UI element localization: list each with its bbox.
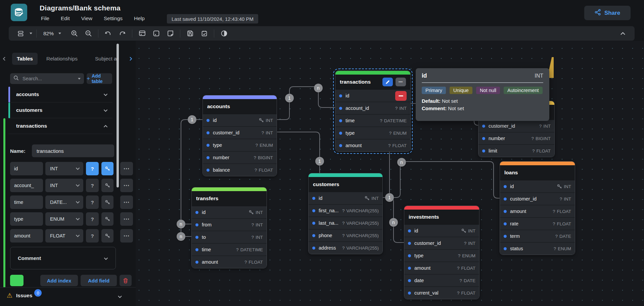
field-type-select[interactable]: ENUM xyxy=(45,212,83,226)
field-row-account_id[interactable]: account_id?INT xyxy=(335,102,410,114)
field-row-customer_id[interactable]: customer_id?INT xyxy=(478,120,554,132)
app-logo-icon[interactable] xyxy=(11,4,27,21)
table-customers[interactable]: customersidINTfirst_na...?VARCHAR(255)la… xyxy=(308,173,383,254)
issues-chevron-icon[interactable] xyxy=(118,294,122,300)
tab-scroll-right-icon[interactable] xyxy=(128,56,133,62)
field-name-input[interactable] xyxy=(10,162,43,175)
field-row-amount[interactable]: amount?FLOAT xyxy=(335,139,410,151)
table-transactions[interactable]: transactions•••idaccount_id?INTtime?DATE… xyxy=(335,71,411,152)
theme-icon[interactable] xyxy=(218,29,230,39)
field-row-type[interactable]: type?ENUM xyxy=(335,127,410,139)
field-row-customer_id[interactable]: customer_id?INT xyxy=(203,126,277,139)
toolbar-collapse-icon[interactable] xyxy=(618,30,628,38)
field-row-current_val[interactable]: current_val?FLOAT xyxy=(404,287,479,299)
table-more-button[interactable]: ••• xyxy=(396,78,406,86)
field-row-amount[interactable]: amount?FLOAT xyxy=(404,262,479,274)
field-type-select[interactable]: FLOAT xyxy=(45,229,83,243)
table-color-swatch[interactable] xyxy=(10,275,24,286)
field-row-last_na...[interactable]: last_na...?VARCHAR(255) xyxy=(309,217,382,229)
delete-field-button[interactable] xyxy=(395,91,407,101)
field-row-id[interactable]: idINT xyxy=(404,224,479,237)
search-caret-icon[interactable] xyxy=(78,78,81,80)
field-row-number[interactable]: number?BIGINT xyxy=(203,151,277,164)
field-name-input[interactable] xyxy=(10,212,43,226)
field-more-button[interactable]: ⋯ xyxy=(120,179,133,192)
search-box[interactable] xyxy=(10,73,84,84)
field-name-input[interactable] xyxy=(10,179,43,192)
issues-bar[interactable]: ⚠ Issues 0 xyxy=(0,287,136,306)
nullable-toggle[interactable]: ? xyxy=(86,229,99,243)
field-type-select[interactable]: INT xyxy=(45,179,83,192)
field-more-button[interactable]: ⋯ xyxy=(120,162,133,175)
primary-key-toggle[interactable] xyxy=(101,179,113,192)
tab-relationships[interactable]: Relationships xyxy=(42,53,82,65)
edit-table-button[interactable] xyxy=(382,78,393,86)
field-row-amount[interactable]: amount?FLOAT xyxy=(500,205,575,217)
tab-tables[interactable]: Tables xyxy=(12,53,38,65)
add-area-icon[interactable] xyxy=(150,29,162,39)
nullable-toggle[interactable]: ? xyxy=(86,179,99,192)
menu-edit[interactable]: Edit xyxy=(57,14,73,23)
primary-key-toggle[interactable] xyxy=(101,229,113,243)
search-input[interactable] xyxy=(22,76,69,82)
nullable-toggle[interactable]: ? xyxy=(86,212,99,226)
field-type-select[interactable]: INT xyxy=(45,162,83,175)
field-row-limit[interactable]: limit?FLOAT xyxy=(478,144,554,157)
field-more-button[interactable]: ⋯ xyxy=(120,195,133,209)
field-row-type[interactable]: type?ENUM xyxy=(203,139,277,151)
field-row-phone[interactable]: phone?VARCHAR(255) xyxy=(309,229,382,242)
field-row-id[interactable]: idINT xyxy=(309,192,382,204)
field-row-customer_id[interactable]: customer_id?INT xyxy=(404,237,479,249)
field-row-id[interactable]: idINT xyxy=(192,206,267,218)
zoom-level-caret-icon[interactable] xyxy=(58,33,61,34)
primary-key-toggle[interactable] xyxy=(101,212,113,226)
sidebar-item-accounts[interactable]: accounts xyxy=(8,87,112,102)
table-name-input[interactable] xyxy=(32,144,114,157)
field-row-to[interactable]: to?INT xyxy=(192,231,267,243)
todo-icon[interactable] xyxy=(198,29,210,39)
table-loans[interactable]: loansidINTcustomer_id?INTamount?FLOATrat… xyxy=(500,161,575,255)
nullable-toggle[interactable]: ? xyxy=(86,195,99,209)
field-row-status[interactable]: status?ENUM xyxy=(500,242,575,255)
add-index-button[interactable]: Add index xyxy=(40,275,78,286)
field-more-button[interactable]: ⋯ xyxy=(120,229,133,243)
field-name-input[interactable] xyxy=(10,195,43,209)
expand-icon[interactable] xyxy=(103,107,108,113)
field-name-input[interactable] xyxy=(10,229,43,243)
zoom-level-value[interactable]: 82% xyxy=(43,31,54,37)
field-row-amount[interactable]: amount?FLOAT xyxy=(192,256,267,268)
zoom-in-icon[interactable] xyxy=(68,29,80,39)
add-table-button[interactable]: + Add table xyxy=(87,73,112,84)
field-type-select[interactable]: DATE... xyxy=(45,195,83,209)
table-investments[interactable]: investmentsidINTcustomer_id?INTtype?ENUM… xyxy=(404,206,479,299)
menu-settings[interactable]: Settings xyxy=(100,14,126,23)
add-table-icon[interactable] xyxy=(136,29,148,39)
field-row-address[interactable]: address?VARCHAR(255) xyxy=(309,242,382,254)
field-row-customer_id[interactable]: customer_id?INT xyxy=(500,192,575,205)
undo-icon[interactable] xyxy=(102,29,114,39)
field-row-time[interactable]: time?DATETIME xyxy=(335,114,410,127)
field-row-type[interactable]: type?ENUM xyxy=(404,249,479,262)
sidebar-item-customers[interactable]: customers xyxy=(8,102,112,118)
diagram-list-icon[interactable] xyxy=(15,29,26,39)
field-row-date[interactable]: date?DATE xyxy=(404,274,479,287)
menu-view[interactable]: View xyxy=(78,14,96,23)
field-row-from[interactable]: from?INT xyxy=(192,218,267,231)
field-more-button[interactable]: ⋯ xyxy=(120,212,133,226)
sidebar-scrollbar[interactable] xyxy=(117,44,119,187)
save-icon[interactable] xyxy=(184,29,196,39)
share-button[interactable]: Share xyxy=(584,6,631,20)
primary-key-toggle[interactable] xyxy=(101,195,113,209)
field-row-id[interactable]: idINT xyxy=(500,180,575,192)
table-accounts[interactable]: accountsidINTcustomer_id?INTtype?ENUMnum… xyxy=(202,95,277,176)
field-row-number[interactable]: number?BIGINT xyxy=(478,132,554,144)
field-row-balance[interactable]: balance?FLOAT xyxy=(203,164,277,176)
field-row-first_na...[interactable]: first_na...?VARCHAR(255) xyxy=(309,204,382,217)
comment-chevron-icon[interactable] xyxy=(104,255,108,261)
field-row-term[interactable]: term?DATE xyxy=(500,230,575,242)
sidebar-item-transactions[interactable]: transactions xyxy=(8,118,112,134)
redo-icon[interactable] xyxy=(117,29,128,39)
table-transfers[interactable]: transfersidINTfrom?INTto?INTtime?DATETIM… xyxy=(191,187,267,268)
nullable-toggle[interactable]: ? xyxy=(86,162,99,175)
expand-icon[interactable] xyxy=(103,91,108,97)
